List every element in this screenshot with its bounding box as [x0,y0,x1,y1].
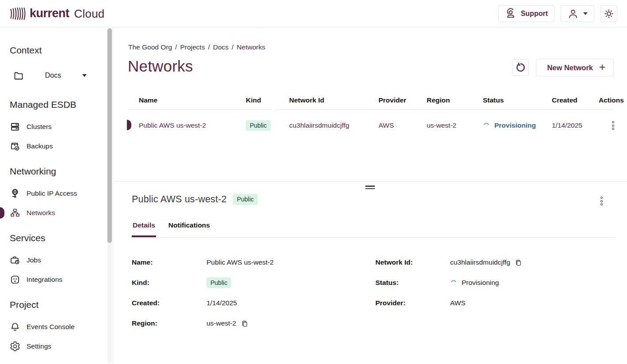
col-name: Name [128,96,235,104]
logo-suffix: Cloud [74,8,105,19]
detail-row-status: Status: Provisioning [375,273,609,293]
details-left-column: Name: Public AWS us-west-2 Kind: Public … [132,252,375,334]
breadcrumb-org[interactable]: The Good Org [128,43,172,51]
refresh-button[interactable] [512,59,529,76]
table-header-divider [128,110,273,110]
status-text: Provisioning [494,121,536,129]
detail-row-kind: Kind: Public [132,273,375,293]
field-value: Public [206,277,375,288]
sidebar-item-label: Jobs [27,256,41,264]
support-button[interactable]: Support [498,5,554,22]
page-title: Networks [128,57,193,75]
sidebar-item-networks[interactable]: Networks [0,207,107,219]
gear-icon [10,341,20,352]
panel-tabs: Details Notifications [132,221,211,237]
copy-icon[interactable] [241,319,249,327]
col-provider: Provider [368,96,416,104]
field-label: Name: [132,258,206,266]
col-created: Created [541,96,588,104]
cell-created: 1/14/2025 [541,121,588,129]
row-kebab-menu-icon[interactable] [608,120,617,131]
col-network-id: Network Id [279,96,368,104]
panel-kind-badge: Public [233,194,258,205]
chevron-down-icon [583,12,588,15]
sidebar-scrollbar-thumb[interactable] [107,28,112,243]
breadcrumb-separator: / [232,43,233,51]
detail-row-created: Created: 1/14/2025 [132,293,375,313]
sidebar-item-jobs[interactable]: Jobs [0,254,107,266]
breadcrumb-projects[interactable]: Projects [180,43,205,51]
col-region: Region [416,96,472,104]
logo-waves-icon [10,6,26,21]
context-project-selector[interactable]: Docs [0,68,87,83]
sidebar-item-integrations[interactable]: Integrations [0,274,107,285]
breadcrumb-current-networks: Networks [237,43,265,51]
sidebar-item-label: Clusters [27,123,52,131]
panel-title-row: Public AWS us-west-2 Public [132,194,258,205]
tab-notifications[interactable]: Notifications [168,221,211,237]
globe-icon [10,188,20,199]
sidebar-heading-managed-esdb: Managed ESDB [0,99,107,110]
new-network-button[interactable]: New Network + [536,59,614,76]
detail-row-name: Name: Public AWS us-west-2 [132,252,375,273]
sidebar-item-label: Integrations [27,276,62,284]
main-content: The Good Org / Projects / Docs / Network… [113,27,627,364]
cell-provider: AWS [368,121,416,129]
table-row[interactable]: Public AWS us-west-2 Public cu3hlaiirsdm… [128,116,627,135]
sidebar-item-public-ip-access[interactable]: Public IP Access [0,188,107,199]
context-selected-value: Docs [24,72,82,80]
backups-icon [10,141,20,152]
field-value: Public AWS us-west-2 [206,258,375,266]
folder-icon [13,70,24,81]
new-network-label: New Network [547,64,593,72]
field-value: us-west-2 [206,319,375,327]
kind-badge: Public [246,120,271,131]
sidebar-item-backups[interactable]: Backups [0,140,107,152]
network-id-value: cu3hlaiirsdmuidcjffg [450,258,510,266]
sidebar-item-settings[interactable]: Settings [0,341,107,352]
top-bar: kurrent Cloud Support [0,0,627,27]
cell-actions [588,120,622,131]
sidebar-item-label: Settings [27,342,51,350]
sidebar-item-clusters[interactable]: Clusters [0,121,107,133]
user-menu-button[interactable] [561,5,594,22]
breadcrumb-separator: / [175,43,177,51]
bell-icon [10,322,20,332]
field-label: Created: [132,299,206,307]
breadcrumb-separator: / [208,43,210,51]
cell-network-id: cu3hlaiirsdmuidcjffg [279,121,368,129]
sidebar-item-label: Events Console [27,323,75,331]
cell-status: Provisioning [472,121,541,129]
col-kind: Kind [235,96,279,104]
field-value: AWS [450,299,609,307]
sidebar-item-networks-wrap: Networks [0,207,107,219]
sun-icon [604,8,614,19]
field-label: Kind: [132,279,206,287]
top-bar-actions: Support [498,5,617,22]
theme-toggle-button[interactable] [600,5,617,22]
col-actions: Actions [588,96,622,104]
panel-drag-handle[interactable] [365,186,375,189]
jobs-briefcase-icon [10,255,20,265]
field-value: 1/14/2025 [206,299,375,307]
cell-name[interactable]: Public AWS us-west-2 [128,121,235,129]
sidebar-item-label: Networks [27,209,55,217]
tab-details[interactable]: Details [132,221,156,237]
breadcrumb-project-docs[interactable]: Docs [213,43,229,51]
network-icon [10,208,20,218]
field-label: Status: [375,279,450,287]
user-icon [567,8,579,19]
copy-icon[interactable] [515,258,523,266]
network-detail-panel: Public AWS us-west-2 Public Details Noti… [113,181,627,364]
sidebar-item-events-console[interactable]: Events Console [0,321,107,333]
provisioning-spinner-icon [450,279,457,286]
logo-wordmark: kurrent [30,8,69,19]
provisioning-spinner-icon [483,122,490,129]
plus-icon: + [599,62,605,72]
panel-kebab-menu-icon[interactable] [597,196,606,206]
detail-row-provider: Provider: AWS [375,293,609,313]
kind-badge: Public [206,277,231,288]
sidebar-item-label: Public IP Access [27,190,77,197]
sidebar: Context Docs Managed ESDB Clusters [0,27,113,364]
kurrent-cloud-logo[interactable]: kurrent Cloud [10,6,104,21]
